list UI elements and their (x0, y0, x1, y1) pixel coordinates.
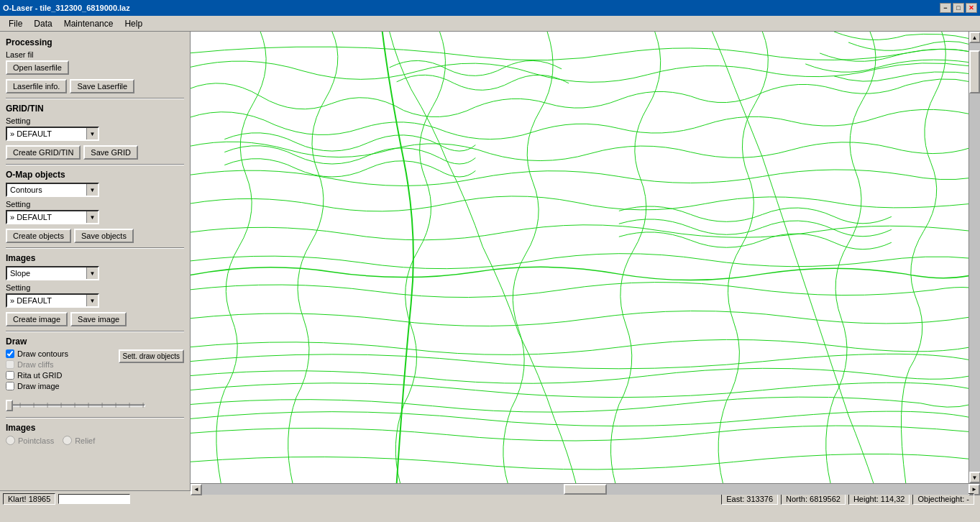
images-type-value: Slope (7, 267, 86, 279)
progress-bar (58, 494, 130, 504)
window-title: O-Laser - tile_312300_6819000.laz (3, 4, 130, 12)
images-setting-arrow[interactable]: ▼ (86, 295, 98, 306)
slider-thumb[interactable] (6, 400, 13, 411)
draw-cliffs-label: Draw cliffs (17, 360, 54, 369)
pointclass-radio-row: Pointclass (6, 436, 54, 445)
map-wrapper: ▲ ▼ ◄ ► (191, 32, 980, 490)
v-scrollbar-track[interactable] (969, 43, 980, 472)
draw-cliffs-checkbox[interactable] (6, 360, 14, 369)
images-bottom-section-title: Images (6, 423, 184, 433)
status-klart: Klart! 18965 (3, 493, 55, 505)
images-type-arrow[interactable]: ▼ (86, 267, 98, 279)
omap-setting-label: Setting (6, 200, 184, 209)
create-objects-button[interactable]: Create objects (6, 229, 71, 243)
menu-help[interactable]: Help (119, 17, 148, 30)
gridtin-setting-value: » DEFAULT (7, 128, 86, 139)
vertical-scrollbar[interactable]: ▲ ▼ (968, 32, 980, 483)
images-section-title: Images (6, 253, 184, 263)
h-scrollbar-thumb[interactable] (564, 484, 607, 495)
menu-maintenance[interactable]: Maintenance (58, 17, 119, 30)
omap-type-dropdown[interactable]: Contours ▼ (6, 183, 99, 197)
title-bar-controls: − □ ✕ (940, 3, 977, 13)
draw-contours-row: Draw contours (6, 349, 116, 358)
laserfile-info-button[interactable]: Laserfile info. (6, 79, 67, 93)
draw-image-row: Draw image (6, 382, 116, 390)
horizontal-scrollbar[interactable]: ◄ ► (191, 483, 980, 495)
rita-ut-grid-row: Rita ut GRID (6, 371, 116, 380)
save-laserfile-button[interactable]: Save Laserfile (70, 79, 134, 93)
laser-info-save-row: Laserfile info. Save Laserfile (6, 79, 184, 93)
rita-ut-grid-label: Rita ut GRID (17, 371, 62, 380)
create-image-button[interactable]: Create image (6, 312, 68, 326)
separator-5 (6, 417, 184, 418)
menu-data[interactable]: Data (28, 17, 58, 30)
close-button[interactable]: ✕ (966, 3, 977, 13)
relief-radio[interactable] (63, 436, 72, 445)
omap-section-title: O-Map objects (6, 170, 184, 180)
map-inner: ▲ ▼ (191, 32, 980, 483)
omap-setting-arrow[interactable]: ▼ (86, 211, 98, 223)
map-area[interactable] (191, 32, 968, 483)
separator-1 (6, 98, 184, 99)
laser-btn-row: Open laserfile (6, 60, 184, 75)
h-scrollbar-track[interactable] (202, 484, 968, 495)
draw-cliffs-row: Draw cliffs (6, 360, 116, 369)
open-laserfile-button[interactable]: Open laserfile (6, 60, 69, 75)
omap-type-arrow[interactable]: ▼ (86, 184, 98, 196)
scroll-down-button[interactable]: ▼ (969, 472, 981, 483)
processing-section-title: Processing (6, 37, 184, 47)
minimize-button[interactable]: − (940, 3, 951, 13)
omap-setting-value: » DEFAULT (7, 211, 86, 223)
gridtin-setting-dropdown[interactable]: » DEFAULT ▼ (6, 127, 99, 141)
gridtin-btn-row: Create GRID/TIN Save GRID (6, 145, 184, 160)
v-scrollbar-thumb[interactable] (969, 50, 980, 93)
images-setting-dropdown[interactable]: » DEFAULT ▼ (6, 293, 99, 308)
gridtin-section-title: GRID/TIN (6, 104, 184, 114)
sett-draw-objects-button[interactable]: Sett. draw objects (119, 349, 184, 363)
draw-contours-checkbox[interactable] (6, 349, 14, 358)
separator-2 (6, 164, 184, 165)
scroll-left-button[interactable]: ◄ (191, 484, 202, 495)
pointclass-label: Pointclass (18, 436, 54, 445)
save-objects-button[interactable]: Save objects (74, 229, 134, 243)
save-image-button[interactable]: Save image (70, 312, 127, 326)
gridtin-setting-label: Setting (6, 116, 184, 125)
omap-type-value: Contours (7, 184, 86, 196)
draw-section-title: Draw (6, 336, 184, 347)
create-gridtin-button[interactable]: Create GRID/TIN (6, 145, 81, 160)
title-bar: O-Laser - tile_312300_6819000.laz − □ ✕ (0, 0, 980, 16)
relief-radio-row: Relief (63, 436, 95, 445)
menu-bar: File Data Maintenance Help (0, 16, 980, 32)
maximize-button[interactable]: □ (953, 3, 964, 13)
omap-btn-row: Create objects Save objects (6, 229, 184, 243)
save-grid-button[interactable]: Save GRID (83, 145, 138, 160)
draw-contours-label: Draw contours (17, 349, 68, 358)
scroll-up-button[interactable]: ▲ (969, 32, 981, 43)
slider-container: | | | | | | | | | | | (6, 398, 184, 413)
pointclass-radio[interactable] (6, 436, 15, 445)
images-setting-value: » DEFAULT (7, 295, 86, 306)
images-setting-label: Setting (6, 283, 184, 292)
separator-3 (6, 247, 184, 249)
left-panel: Processing Laser fil Open laserfile Lase… (0, 32, 191, 490)
rita-ut-grid-checkbox[interactable] (6, 371, 14, 380)
gridtin-setting-arrow[interactable]: ▼ (86, 128, 98, 139)
menu-file[interactable]: File (3, 17, 28, 30)
contour-map (191, 32, 968, 483)
draw-image-checkbox[interactable] (6, 382, 14, 390)
separator-4 (6, 331, 184, 332)
draw-image-label: Draw image (17, 382, 60, 390)
omap-setting-dropdown[interactable]: » DEFAULT ▼ (6, 210, 99, 224)
images-type-dropdown[interactable]: Slope ▼ (6, 266, 99, 280)
laser-fil-label: Laser fil (6, 50, 184, 59)
relief-label: Relief (75, 436, 95, 445)
images-btn-row: Create image Save image (6, 312, 184, 326)
main-layout: Processing Laser fil Open laserfile Lase… (0, 32, 980, 490)
